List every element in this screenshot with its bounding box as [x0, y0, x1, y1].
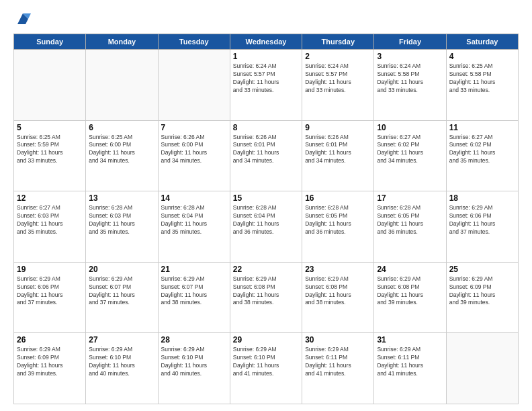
day-info: Sunrise: 6:27 AM Sunset: 6:02 PM Dayligh…: [449, 134, 515, 166]
day-cell: 10Sunrise: 6:27 AM Sunset: 6:02 PM Dayli…: [374, 120, 446, 191]
day-number: 6: [89, 123, 154, 132]
calendar: SundayMondayTuesdayWednesdayThursdayFrid…: [13, 34, 519, 404]
day-info: Sunrise: 6:29 AM Sunset: 6:07 PM Dayligh…: [161, 275, 227, 308]
week-row-4: 19Sunrise: 6:29 AM Sunset: 6:06 PM Dayli…: [14, 262, 519, 333]
weekday-sunday: Sunday: [14, 34, 86, 50]
day-info: Sunrise: 6:29 AM Sunset: 6:09 PM Dayligh…: [449, 275, 515, 308]
day-info: Sunrise: 6:29 AM Sunset: 6:06 PM Dayligh…: [17, 275, 83, 308]
day-cell: 27Sunrise: 6:29 AM Sunset: 6:10 PM Dayli…: [86, 333, 158, 404]
day-cell: 4Sunrise: 6:25 AM Sunset: 5:58 PM Daylig…: [446, 50, 518, 121]
day-cell: 23Sunrise: 6:29 AM Sunset: 6:08 PM Dayli…: [302, 262, 374, 333]
day-info: Sunrise: 6:28 AM Sunset: 6:04 PM Dayligh…: [233, 204, 299, 236]
day-number: 21: [161, 265, 227, 274]
day-number: 4: [449, 52, 515, 61]
day-cell: 6Sunrise: 6:25 AM Sunset: 6:00 PM Daylig…: [86, 120, 158, 191]
day-cell: 9Sunrise: 6:26 AM Sunset: 6:01 PM Daylig…: [302, 120, 374, 191]
day-cell: 29Sunrise: 6:29 AM Sunset: 6:10 PM Dayli…: [230, 333, 302, 404]
day-info: Sunrise: 6:26 AM Sunset: 6:01 PM Dayligh…: [305, 134, 371, 166]
day-number: 18: [449, 193, 515, 203]
day-cell: 17Sunrise: 6:28 AM Sunset: 6:05 PM Dayli…: [374, 191, 446, 263]
day-number: 28: [161, 335, 227, 345]
day-number: 3: [377, 52, 443, 61]
day-number: 30: [305, 335, 371, 345]
day-info: Sunrise: 6:29 AM Sunset: 6:10 PM Dayligh…: [89, 346, 154, 378]
day-info: Sunrise: 6:29 AM Sunset: 6:08 PM Dayligh…: [377, 275, 443, 308]
day-number: 20: [89, 265, 154, 274]
day-cell: [86, 50, 158, 121]
day-info: Sunrise: 6:27 AM Sunset: 6:02 PM Dayligh…: [377, 134, 443, 166]
day-info: Sunrise: 6:29 AM Sunset: 6:06 PM Dayligh…: [449, 204, 515, 236]
day-number: 15: [233, 193, 299, 203]
week-row-3: 12Sunrise: 6:27 AM Sunset: 6:03 PM Dayli…: [14, 191, 519, 263]
day-info: Sunrise: 6:28 AM Sunset: 6:05 PM Dayligh…: [377, 204, 443, 236]
day-cell: 31Sunrise: 6:29 AM Sunset: 6:11 PM Dayli…: [374, 333, 446, 404]
day-cell: 28Sunrise: 6:29 AM Sunset: 6:10 PM Dayli…: [158, 333, 230, 404]
day-number: 8: [233, 123, 299, 132]
day-cell: 16Sunrise: 6:28 AM Sunset: 6:05 PM Dayli…: [302, 191, 374, 263]
day-cell: [14, 50, 86, 121]
day-info: Sunrise: 6:25 AM Sunset: 6:00 PM Dayligh…: [89, 134, 154, 166]
day-info: Sunrise: 6:29 AM Sunset: 6:08 PM Dayligh…: [305, 275, 371, 308]
day-number: 13: [89, 193, 154, 203]
day-cell: 11Sunrise: 6:27 AM Sunset: 6:02 PM Dayli…: [446, 120, 518, 191]
day-cell: [158, 50, 230, 121]
day-cell: 2Sunrise: 6:24 AM Sunset: 5:57 PM Daylig…: [302, 50, 374, 121]
day-number: 5: [17, 123, 83, 132]
day-number: 17: [377, 193, 443, 203]
day-number: 29: [233, 335, 299, 345]
day-number: 23: [305, 265, 371, 274]
day-info: Sunrise: 6:28 AM Sunset: 6:03 PM Dayligh…: [89, 204, 154, 236]
day-info: Sunrise: 6:29 AM Sunset: 6:08 PM Dayligh…: [233, 275, 299, 308]
weekday-header-row: SundayMondayTuesdayWednesdayThursdayFrid…: [14, 34, 519, 50]
day-number: 2: [305, 52, 371, 61]
day-info: Sunrise: 6:29 AM Sunset: 6:07 PM Dayligh…: [89, 275, 154, 308]
day-info: Sunrise: 6:24 AM Sunset: 5:58 PM Dayligh…: [377, 62, 443, 95]
day-info: Sunrise: 6:24 AM Sunset: 5:57 PM Dayligh…: [233, 62, 299, 95]
day-info: Sunrise: 6:25 AM Sunset: 5:58 PM Dayligh…: [449, 62, 515, 95]
day-info: Sunrise: 6:28 AM Sunset: 6:04 PM Dayligh…: [161, 204, 227, 236]
day-number: 31: [377, 335, 443, 345]
weekday-monday: Monday: [86, 34, 158, 50]
day-cell: 30Sunrise: 6:29 AM Sunset: 6:11 PM Dayli…: [302, 333, 374, 404]
week-row-2: 5Sunrise: 6:25 AM Sunset: 5:59 PM Daylig…: [14, 120, 519, 191]
day-cell: 21Sunrise: 6:29 AM Sunset: 6:07 PM Dayli…: [158, 262, 230, 333]
logo: [13, 11, 31, 27]
day-cell: 12Sunrise: 6:27 AM Sunset: 6:03 PM Dayli…: [14, 191, 86, 263]
day-info: Sunrise: 6:26 AM Sunset: 6:01 PM Dayligh…: [233, 134, 299, 166]
day-number: 10: [377, 123, 443, 132]
day-cell: [446, 333, 518, 404]
day-info: Sunrise: 6:26 AM Sunset: 6:00 PM Dayligh…: [161, 134, 227, 166]
day-cell: 13Sunrise: 6:28 AM Sunset: 6:03 PM Dayli…: [86, 191, 158, 263]
day-cell: 25Sunrise: 6:29 AM Sunset: 6:09 PM Dayli…: [446, 262, 518, 333]
day-cell: 15Sunrise: 6:28 AM Sunset: 6:04 PM Dayli…: [230, 191, 302, 263]
day-number: 25: [449, 265, 515, 274]
day-cell: 14Sunrise: 6:28 AM Sunset: 6:04 PM Dayli…: [158, 191, 230, 263]
day-cell: 24Sunrise: 6:29 AM Sunset: 6:08 PM Dayli…: [374, 262, 446, 333]
day-cell: 3Sunrise: 6:24 AM Sunset: 5:58 PM Daylig…: [374, 50, 446, 121]
day-cell: 26Sunrise: 6:29 AM Sunset: 6:09 PM Dayli…: [14, 333, 86, 404]
weekday-tuesday: Tuesday: [158, 34, 230, 50]
day-info: Sunrise: 6:29 AM Sunset: 6:11 PM Dayligh…: [305, 346, 371, 378]
day-cell: 22Sunrise: 6:29 AM Sunset: 6:08 PM Dayli…: [230, 262, 302, 333]
day-number: 9: [305, 123, 371, 132]
day-number: 7: [161, 123, 227, 132]
week-row-5: 26Sunrise: 6:29 AM Sunset: 6:09 PM Dayli…: [14, 333, 519, 404]
day-cell: 7Sunrise: 6:26 AM Sunset: 6:00 PM Daylig…: [158, 120, 230, 191]
day-info: Sunrise: 6:29 AM Sunset: 6:10 PM Dayligh…: [233, 346, 299, 378]
day-cell: 8Sunrise: 6:26 AM Sunset: 6:01 PM Daylig…: [230, 120, 302, 191]
weekday-saturday: Saturday: [446, 34, 518, 50]
day-info: Sunrise: 6:24 AM Sunset: 5:57 PM Dayligh…: [305, 62, 371, 95]
logo-icon: [15, 11, 31, 27]
day-info: Sunrise: 6:28 AM Sunset: 6:05 PM Dayligh…: [305, 204, 371, 236]
day-number: 19: [17, 265, 83, 274]
day-info: Sunrise: 6:29 AM Sunset: 6:11 PM Dayligh…: [377, 346, 443, 378]
day-number: 14: [161, 193, 227, 203]
day-number: 26: [17, 335, 83, 345]
day-cell: 1Sunrise: 6:24 AM Sunset: 5:57 PM Daylig…: [230, 50, 302, 121]
day-number: 22: [233, 265, 299, 274]
day-number: 11: [449, 123, 515, 132]
header: [13, 11, 519, 27]
weekday-wednesday: Wednesday: [230, 34, 302, 50]
day-cell: 18Sunrise: 6:29 AM Sunset: 6:06 PM Dayli…: [446, 191, 518, 263]
day-number: 1: [233, 52, 299, 61]
